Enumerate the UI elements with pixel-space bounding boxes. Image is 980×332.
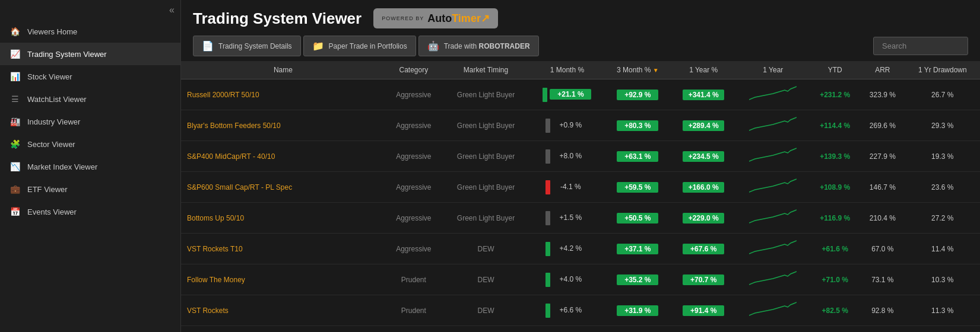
row-name[interactable]: Russell 2000/RT 50/10 — [181, 79, 385, 110]
col-header-1month[interactable]: 1 Month % — [529, 61, 605, 79]
row-3month: +80.3 % — [605, 110, 671, 141]
row-name[interactable]: Bottoms Up 50/10 — [181, 203, 385, 234]
sidebar-item-trading-system-viewer[interactable]: 📈 Trading System Viewer — [0, 43, 180, 65]
sidebar-label-5: Sector Viewer — [27, 140, 75, 149]
row-1year-chart — [736, 203, 810, 234]
row-3month: +92.9 % — [605, 79, 671, 110]
row-arr: 227.9 % — [860, 141, 905, 172]
row-1month: +0.9 % — [529, 110, 605, 141]
sidebar-label-1: Trading System Viewer — [27, 50, 107, 59]
row-1year-pct: +70.7 % — [671, 264, 736, 295]
row-arr: 146.7 % — [860, 172, 905, 203]
sidebar-header: « — [0, 0, 180, 20]
row-category: Prudent — [385, 264, 442, 295]
trading-system-details-button[interactable]: 📄 Trading System Details — [193, 36, 301, 56]
sidebar-label-7: ETF Viewer — [27, 185, 68, 194]
row-3month: +63.1 % — [605, 141, 671, 172]
page-title: Trading System Viewer — [193, 9, 361, 28]
sidebar-item-stock-viewer[interactable]: 📊 Stock Viewer — [0, 65, 180, 88]
col-header-ytd[interactable]: YTD — [810, 61, 860, 79]
row-arr: 323.9 % — [860, 79, 905, 110]
row-1year-pct: +341.4 % — [671, 79, 736, 110]
row-timing: Primary Wave — [442, 326, 529, 333]
row-timing: Green Light Buyer — [442, 79, 529, 110]
row-1year-pct: +166.0 % — [671, 172, 736, 203]
sidebar-icon-0: 🏠 — [9, 26, 20, 37]
row-3month: +31.9 % — [605, 295, 671, 326]
row-1year-chart — [736, 326, 810, 333]
sidebar-icon-3: ☰ — [9, 94, 20, 104]
row-name[interactable]: S&P600 Small Cap/RT - PL Spec — [181, 172, 385, 203]
row-3month: +35.2 % — [605, 264, 671, 295]
row-drawdown: 23.6 % — [905, 172, 980, 203]
row-name[interactable]: Blyar's Bottom Feeders 50/10 — [181, 110, 385, 141]
row-1month: +21.1 % — [529, 79, 605, 110]
table-row: S&P400 MidCap/RT - 40/10 Aggressive Gree… — [181, 141, 980, 172]
row-category: Aggressive — [385, 141, 442, 172]
sidebar-item-sector-viewer[interactable]: 🧩 Sector Viewer — [0, 133, 180, 155]
row-timing: Green Light Buyer — [442, 203, 529, 234]
row-name[interactable]: S&P400 MidCap/RT - 40/10 — [181, 141, 385, 172]
col-header-3month[interactable]: 3 Month % ▼ — [605, 61, 671, 79]
row-1year-chart — [736, 264, 810, 295]
autotimer-logo: AutoTimer↗ — [427, 12, 490, 25]
row-ytd: +231.2 % — [810, 79, 860, 110]
row-name[interactable]: S&P500/RT - 20/10 — [181, 326, 385, 333]
row-1year-chart — [736, 295, 810, 326]
table-row: Russell 2000/RT 50/10 Aggressive Green L… — [181, 79, 980, 110]
col-header-timing[interactable]: Market Timing — [442, 61, 529, 79]
row-name[interactable]: VST Rockets T10 — [181, 234, 385, 264]
row-1year-chart — [736, 234, 810, 264]
col-header-1year-pct[interactable]: 1 Year % — [671, 61, 736, 79]
table-row: Bottoms Up 50/10 Aggressive Green Light … — [181, 203, 980, 234]
table-container[interactable]: Name Category Market Timing 1 Month % 3 … — [181, 61, 980, 332]
sidebar-icon-2: 📊 — [9, 71, 20, 82]
row-ytd: +108.9 % — [810, 172, 860, 203]
table-row: Blyar's Bottom Feeders 50/10 Aggressive … — [181, 110, 980, 141]
row-arr: 67.0 % — [860, 234, 905, 264]
sidebar-item-viewers-home[interactable]: 🏠 Viewers Home — [0, 20, 180, 43]
powered-by-label: POWERED BY — [382, 15, 424, 21]
main-content: Trading System Viewer POWERED BY AutoTim… — [181, 0, 980, 332]
table-row: S&P600 Small Cap/RT - PL Spec Aggressive… — [181, 172, 980, 203]
row-drawdown: 26.7 % — [905, 79, 980, 110]
sidebar-icon-1: 📈 — [9, 49, 20, 59]
sidebar-label-8: Events Viewer — [27, 208, 77, 216]
row-3month: +59.5 % — [605, 172, 671, 203]
col-header-category[interactable]: Category — [385, 61, 442, 79]
table-row: VST Rockets T10 Aggressive DEW +4.2 % +3… — [181, 234, 980, 264]
row-arr: 210.4 % — [860, 203, 905, 234]
sidebar-label-6: Market Index Viewer — [27, 162, 97, 171]
row-1month: +6.6 % — [529, 295, 605, 326]
row-arr: 35.6 % — [860, 326, 905, 333]
col-header-1year-chart[interactable]: 1 Year — [736, 61, 810, 79]
row-arr: 92.8 % — [860, 295, 905, 326]
page-header: Trading System Viewer POWERED BY AutoTim… — [181, 0, 980, 33]
col-header-name[interactable]: Name — [181, 61, 385, 79]
row-arr: 269.6 % — [860, 110, 905, 141]
row-name[interactable]: Follow The Money — [181, 264, 385, 295]
col-header-drawdown[interactable]: 1 Yr Drawdown — [905, 61, 980, 79]
robotrader-button[interactable]: 🤖 Trade with ROBOTRADER — [418, 36, 539, 56]
collapse-button[interactable]: « — [169, 5, 175, 15]
document-icon: 📄 — [202, 40, 214, 52]
row-1month: +8.0 % — [529, 141, 605, 172]
sidebar-item-market-index-viewer[interactable]: 📉 Market Index Viewer — [0, 155, 180, 178]
sidebar-item-industry-viewer[interactable]: 🏭 Industry Viewer — [0, 110, 180, 133]
sidebar-item-etf-viewer[interactable]: 💼 ETF Viewer — [0, 178, 180, 200]
row-ytd: +114.4 % — [810, 110, 860, 141]
row-ytd: +139.3 % — [810, 141, 860, 172]
sidebar-item-events-viewer[interactable]: 📅 Events Viewer — [0, 200, 180, 223]
row-drawdown: 29.3 % — [905, 110, 980, 141]
search-input[interactable] — [873, 37, 968, 55]
row-1month: +4.0 % — [529, 264, 605, 295]
row-ytd: +17.2 % — [810, 326, 860, 333]
sidebar-item-watchlist-viewer[interactable]: ☰ WatchList Viewer — [0, 88, 180, 110]
row-1year-pct: +67.6 % — [671, 234, 736, 264]
powered-by-badge: POWERED BY AutoTimer↗ — [373, 8, 498, 28]
col-header-arr[interactable]: ARR — [860, 61, 905, 79]
sidebar-label-0: Viewers Home — [27, 27, 77, 36]
row-drawdown: 19.3 % — [905, 141, 980, 172]
row-name[interactable]: VST Rockets — [181, 295, 385, 326]
paper-trade-button[interactable]: 📁 Paper Trade in Portfolios — [303, 36, 416, 56]
